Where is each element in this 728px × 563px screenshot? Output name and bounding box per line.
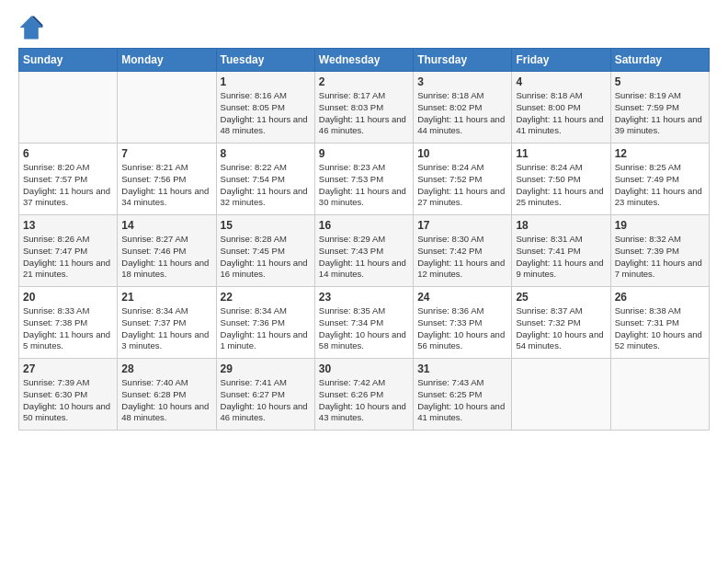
cell-content: Sunrise: 7:43 AM Sunset: 6:25 PM Dayligh… [417,377,507,424]
calendar-cell [19,72,118,144]
cell-content: Sunrise: 8:34 AM Sunset: 7:37 PM Dayligh… [121,305,211,352]
calendar-cell: 10Sunrise: 8:24 AM Sunset: 7:52 PM Dayli… [414,144,512,215]
calendar-cell: 8Sunrise: 8:22 AM Sunset: 7:54 PM Daylig… [216,144,314,215]
cell-content: Sunrise: 8:29 AM Sunset: 7:43 PM Dayligh… [319,234,409,281]
day-number: 17 [417,219,507,232]
day-number: 18 [516,219,606,232]
cell-content: Sunrise: 8:31 AM Sunset: 7:41 PM Dayligh… [516,234,606,281]
calendar-week-row: 6Sunrise: 8:20 AM Sunset: 7:57 PM Daylig… [19,144,710,215]
logo-icon [18,15,44,40]
day-number: 8 [221,147,311,160]
cell-content: Sunrise: 8:25 AM Sunset: 7:49 PM Dayligh… [615,162,705,209]
header [18,15,710,40]
calendar-cell: 31Sunrise: 7:43 AM Sunset: 6:25 PM Dayli… [414,359,512,431]
cell-content: Sunrise: 8:18 AM Sunset: 8:00 PM Dayligh… [516,90,606,137]
cell-content: Sunrise: 8:37 AM Sunset: 7:32 PM Dayligh… [516,305,606,352]
day-number: 26 [615,291,705,304]
day-header: Friday [512,49,610,72]
day-number: 6 [23,147,113,160]
calendar-cell: 26Sunrise: 8:38 AM Sunset: 7:31 PM Dayli… [610,287,709,359]
day-header: Tuesday [216,49,314,72]
day-number: 10 [417,147,507,160]
cell-content: Sunrise: 7:41 AM Sunset: 6:27 PM Dayligh… [221,377,311,424]
cell-content: Sunrise: 8:36 AM Sunset: 7:33 PM Dayligh… [417,305,507,352]
cell-content: Sunrise: 8:23 AM Sunset: 7:53 PM Dayligh… [319,162,409,209]
cell-content: Sunrise: 8:17 AM Sunset: 8:03 PM Dayligh… [319,90,409,137]
cell-content: Sunrise: 8:35 AM Sunset: 7:34 PM Dayligh… [319,305,409,352]
calendar-cell: 13Sunrise: 8:26 AM Sunset: 7:47 PM Dayli… [19,215,118,287]
calendar-cell: 25Sunrise: 8:37 AM Sunset: 7:32 PM Dayli… [512,287,610,359]
cell-content: Sunrise: 7:42 AM Sunset: 6:26 PM Dayligh… [319,377,409,424]
calendar-cell: 9Sunrise: 8:23 AM Sunset: 7:53 PM Daylig… [314,144,413,215]
day-number: 20 [23,291,113,304]
cell-content: Sunrise: 8:27 AM Sunset: 7:46 PM Dayligh… [121,234,211,281]
calendar-cell: 15Sunrise: 8:28 AM Sunset: 7:45 PM Dayli… [216,215,314,287]
day-number: 3 [417,75,507,88]
day-number: 28 [121,362,211,375]
day-number: 19 [615,219,705,232]
calendar-cell: 3Sunrise: 8:18 AM Sunset: 8:02 PM Daylig… [414,72,512,144]
day-number: 11 [516,147,606,160]
cell-content: Sunrise: 8:19 AM Sunset: 7:59 PM Dayligh… [615,90,705,137]
calendar-cell: 11Sunrise: 8:24 AM Sunset: 7:50 PM Dayli… [512,144,610,215]
day-number: 4 [516,75,606,88]
cell-content: Sunrise: 8:34 AM Sunset: 7:36 PM Dayligh… [221,305,311,352]
calendar-cell: 14Sunrise: 8:27 AM Sunset: 7:46 PM Dayli… [118,215,216,287]
calendar-cell: 16Sunrise: 8:29 AM Sunset: 7:43 PM Dayli… [314,215,413,287]
calendar-cell: 7Sunrise: 8:21 AM Sunset: 7:56 PM Daylig… [118,144,216,215]
calendar-cell: 6Sunrise: 8:20 AM Sunset: 7:57 PM Daylig… [19,144,118,215]
cell-content: Sunrise: 8:18 AM Sunset: 8:02 PM Dayligh… [417,90,507,137]
calendar-cell [610,359,709,431]
cell-content: Sunrise: 8:20 AM Sunset: 7:57 PM Dayligh… [23,162,113,209]
calendar-cell: 1Sunrise: 8:16 AM Sunset: 8:05 PM Daylig… [216,72,314,144]
day-number: 5 [615,75,705,88]
day-number: 1 [221,75,311,88]
calendar-table: SundayMondayTuesdayWednesdayThursdayFrid… [18,48,710,431]
calendar-cell: 19Sunrise: 8:32 AM Sunset: 7:39 PM Dayli… [610,215,709,287]
calendar-week-row: 20Sunrise: 8:33 AM Sunset: 7:38 PM Dayli… [19,287,710,359]
calendar-cell [118,72,216,144]
day-number: 13 [23,219,113,232]
day-number: 25 [516,291,606,304]
cell-content: Sunrise: 8:22 AM Sunset: 7:54 PM Dayligh… [221,162,311,209]
day-number: 15 [221,219,311,232]
day-header: Thursday [414,49,512,72]
day-number: 27 [23,362,113,375]
cell-content: Sunrise: 8:38 AM Sunset: 7:31 PM Dayligh… [615,305,705,352]
cell-content: Sunrise: 8:24 AM Sunset: 7:50 PM Dayligh… [516,162,606,209]
day-number: 9 [319,147,409,160]
cell-content: Sunrise: 8:32 AM Sunset: 7:39 PM Dayligh… [615,234,705,281]
cell-content: Sunrise: 8:24 AM Sunset: 7:52 PM Dayligh… [417,162,507,209]
cell-content: Sunrise: 8:30 AM Sunset: 7:42 PM Dayligh… [417,234,507,281]
cell-content: Sunrise: 7:40 AM Sunset: 6:28 PM Dayligh… [121,377,211,424]
calendar-cell: 5Sunrise: 8:19 AM Sunset: 7:59 PM Daylig… [610,72,709,144]
day-number: 12 [615,147,705,160]
calendar-week-row: 1Sunrise: 8:16 AM Sunset: 8:05 PM Daylig… [19,72,710,144]
calendar-week-row: 27Sunrise: 7:39 AM Sunset: 6:30 PM Dayli… [19,359,710,431]
cell-content: Sunrise: 8:21 AM Sunset: 7:56 PM Dayligh… [121,162,211,209]
day-number: 23 [319,291,409,304]
cell-content: Sunrise: 7:39 AM Sunset: 6:30 PM Dayligh… [23,377,113,424]
calendar-week-row: 13Sunrise: 8:26 AM Sunset: 7:47 PM Dayli… [19,215,710,287]
calendar-cell: 27Sunrise: 7:39 AM Sunset: 6:30 PM Dayli… [19,359,118,431]
day-number: 7 [121,147,211,160]
calendar-cell: 2Sunrise: 8:17 AM Sunset: 8:03 PM Daylig… [314,72,413,144]
day-number: 16 [319,219,409,232]
cell-content: Sunrise: 8:16 AM Sunset: 8:05 PM Dayligh… [221,90,311,137]
calendar-body: 1Sunrise: 8:16 AM Sunset: 8:05 PM Daylig… [19,72,710,431]
calendar-cell: 20Sunrise: 8:33 AM Sunset: 7:38 PM Dayli… [19,287,118,359]
cell-content: Sunrise: 8:28 AM Sunset: 7:45 PM Dayligh… [221,234,311,281]
calendar-cell [512,359,610,431]
svg-marker-0 [20,17,43,40]
calendar-cell: 12Sunrise: 8:25 AM Sunset: 7:49 PM Dayli… [610,144,709,215]
page: SundayMondayTuesdayWednesdayThursdayFrid… [0,0,728,445]
cell-content: Sunrise: 8:33 AM Sunset: 7:38 PM Dayligh… [23,305,113,352]
calendar-cell: 24Sunrise: 8:36 AM Sunset: 7:33 PM Dayli… [414,287,512,359]
cell-content: Sunrise: 8:26 AM Sunset: 7:47 PM Dayligh… [23,234,113,281]
calendar-cell: 4Sunrise: 8:18 AM Sunset: 8:00 PM Daylig… [512,72,610,144]
calendar-cell: 30Sunrise: 7:42 AM Sunset: 6:26 PM Dayli… [314,359,413,431]
day-header: Sunday [19,49,118,72]
day-number: 22 [221,291,311,304]
day-number: 31 [417,362,507,375]
calendar-cell: 18Sunrise: 8:31 AM Sunset: 7:41 PM Dayli… [512,215,610,287]
